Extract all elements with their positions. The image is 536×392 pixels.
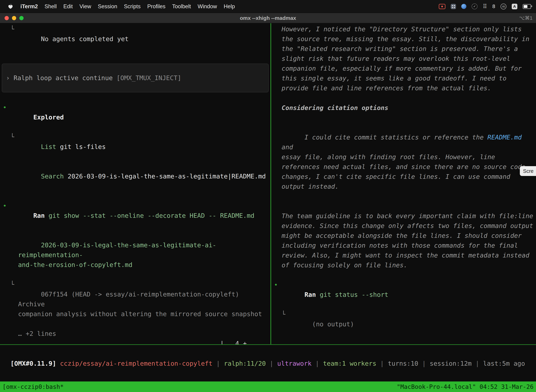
omx-last-activity: last:5m ago [483, 360, 525, 367]
git-status-command-line: •Rangit status --short [274, 280, 535, 309]
left-terminal-pane: └No agents completed yet › Ralph loop ac… [0, 23, 270, 344]
spacer [274, 93, 535, 103]
agents-status-line: └No agents completed yet [3, 24, 269, 54]
menu-item-iterm2[interactable]: iTerm2 [20, 3, 38, 10]
git-status-output-line: └(no output) [274, 309, 535, 339]
menu-item-shell[interactable]: Shell [44, 3, 57, 10]
traffic-lights [0, 16, 24, 20]
tiles-icon[interactable] [451, 4, 456, 9]
git-show-more-lines: … +2 lines [3, 329, 269, 339]
menu-items: iTerm2 Shell Edit View Session Scripts P… [20, 3, 235, 10]
input-source-icon[interactable]: A [512, 4, 517, 9]
reasoning-heading: Considering citation options [274, 103, 535, 113]
menu-bar: iTerm2 Shell Edit View Session Scripts P… [0, 0, 536, 13]
battery-icon[interactable] [523, 4, 531, 9]
window-shortcut-hint: ⌥⌘1 [519, 15, 536, 21]
spacer [274, 339, 535, 344]
menu-status-icons: ✓ ⠿ 8 .61 A [439, 4, 533, 9]
bullet-icon: • [3, 103, 7, 112]
menu-item-edit[interactable]: Edit [63, 3, 73, 10]
omx-branch: cczip/essay/ai-reimplementation-copyleft [60, 360, 212, 367]
menu-item-toolbelt[interactable]: Toolbelt [172, 3, 191, 10]
ralph-banner-tag: [OMX_TMUX_INJECT] [117, 73, 181, 83]
omx-status-line: [OMX#0.11.9]cczip/essay/ai-reimplementat… [0, 349, 536, 369]
badge-8-icon[interactable]: 8 [492, 4, 495, 9]
git-show-filename: 2026-03-09-is-legal-the-same-as-legitima… [3, 230, 269, 280]
omx-turns: turns:10 [388, 360, 418, 367]
git-show-commit-line: └067f154 (HEAD -> essay/ai-reimplementat… [3, 280, 269, 329]
shield-icon[interactable]: ✓ [472, 4, 478, 9]
globe-icon[interactable] [461, 4, 466, 9]
ralph-banner-text: Ralph loop active continue [14, 73, 113, 83]
menu-item-help[interactable]: Help [224, 3, 235, 10]
menu-item-scripts[interactable]: Scripts [124, 3, 141, 10]
zoom-button[interactable] [19, 16, 24, 20]
close-button[interactable] [5, 16, 9, 20]
readme-link[interactable]: README.md [488, 134, 522, 141]
omx-session-time: session:12m [430, 360, 472, 367]
menu-item-view[interactable]: View [80, 3, 91, 10]
tmux-pane-bottom-border [0, 344, 536, 345]
prompt-icon: › [6, 73, 10, 83]
battery-gauge-icon[interactable]: .61 [500, 4, 507, 9]
tmux-host-clock: "MacBook-Pro-44.local" 04:52 31-Mar-26 [397, 383, 534, 390]
tmux-session-name[interactable]: [omx-cczip0:bash* [2, 383, 64, 390]
window-title-bar[interactable]: omx --xhigh --madmax ⌥⌘1 [0, 13, 536, 23]
reasoning-paragraph-1: However, I noticed the "Directory Struct… [274, 24, 535, 93]
explored-search-line: Search2026-03-09-is-legal-the-same-as-le… [3, 162, 269, 191]
spacer [3, 54, 269, 64]
terminal-area: └No agents completed yet › Ralph loop ac… [0, 23, 536, 344]
menu-item-window[interactable]: Window [198, 3, 217, 10]
apple-menu-icon[interactable] [8, 4, 14, 9]
menu-item-profiles[interactable]: Profiles [147, 3, 165, 10]
ralph-loop-banner: › Ralph loop active continue [OMX_TMUX_I… [2, 64, 269, 92]
spacer [274, 201, 535, 211]
screen-sharing-overlay-button[interactable]: Scre [520, 166, 536, 176]
tree-glyph: └ [10, 132, 14, 142]
spacer [3, 191, 269, 201]
explored-list-line: └Listgit ls-files [3, 132, 269, 162]
tree-glyph: └ [10, 280, 14, 289]
right-terminal-pane: However, I noticed the "Directory Struct… [271, 23, 536, 344]
explored-header: •Explored [3, 103, 269, 132]
screen-recording-indicator-icon[interactable] [439, 4, 445, 9]
minimize-button[interactable] [12, 16, 16, 20]
spacer [3, 92, 269, 103]
menu-item-session[interactable]: Session [98, 3, 117, 10]
window-title: omx --xhigh --madmax [240, 15, 296, 21]
tree-glyph: └ [10, 24, 14, 34]
omx-version: [OMX#0.11.9] [10, 360, 56, 367]
reasoning-paragraph-2: I could cite commit statistics or refere… [274, 123, 535, 201]
bullet-icon: • [274, 280, 278, 290]
reasoning-paragraph-3: The team guideline is to back every impo… [274, 211, 535, 270]
omx-ralph-counter: ralph:11/20 [224, 360, 266, 367]
dots-grid-icon[interactable]: ⠿ [483, 4, 487, 9]
spacer [274, 113, 535, 123]
omx-team: team:1 workers [323, 360, 376, 367]
spacer [274, 270, 535, 280]
tmux-status-bar: [omx-cczip0:bash* "MacBook-Pro-44.local"… [0, 382, 536, 392]
git-show-stat-row: README.md| 4 + [3, 339, 269, 344]
bullet-icon: • [3, 201, 7, 211]
git-show-command-line: •Rangit show --stat --oneline --decorate… [3, 201, 269, 230]
omx-mode: ultrawork [277, 360, 312, 367]
tree-glyph: └ [282, 309, 285, 319]
